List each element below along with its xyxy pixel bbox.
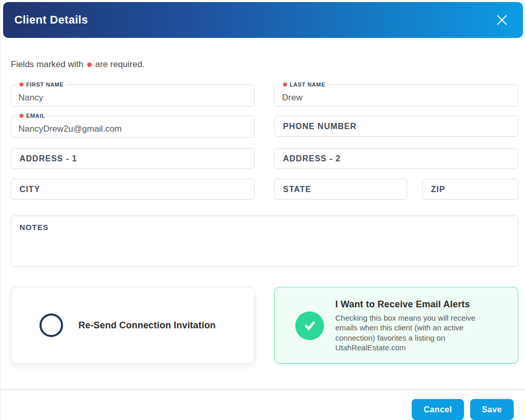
required-dot-icon (19, 82, 24, 87)
required-note: Fields marked with are required. (11, 59, 515, 70)
modal-title: Client Details (14, 13, 88, 27)
email-label: EMAIL (16, 112, 48, 119)
notes-textarea[interactable] (11, 216, 518, 267)
address2-input[interactable] (274, 148, 518, 169)
save-button[interactable]: Save (470, 399, 514, 420)
address-row (11, 148, 518, 169)
modal-header: Client Details (3, 2, 523, 38)
zip-input[interactable] (422, 179, 518, 200)
required-dot-icon (87, 62, 92, 67)
last-name-label: LAST NAME (280, 81, 329, 88)
resend-invitation-label: Re-Send Connection Invitation (78, 320, 216, 331)
email-field-wrapper: EMAIL (11, 116, 255, 138)
client-details-modal: Client Details Fields marked with are re… (1, 2, 525, 420)
check-icon[interactable] (295, 311, 324, 340)
city-state-zip-row (11, 179, 518, 200)
email-alerts-text: I Want to Receive Email Alerts Checking … (335, 299, 499, 352)
required-note-prefix: Fields marked with (11, 59, 84, 70)
email-phone-row: EMAIL (11, 116, 518, 138)
required-note-suffix: are required. (95, 59, 145, 70)
email-alerts-option[interactable]: I Want to Receive Email Alerts Checking … (274, 287, 518, 364)
state-zip-group (274, 179, 518, 200)
cancel-button[interactable]: Cancel (412, 399, 463, 420)
required-dot-icon (19, 114, 24, 118)
state-input[interactable] (274, 179, 407, 200)
options-row: Re-Send Connection Invitation I Want to … (11, 287, 518, 364)
name-row: FIRST NAME LAST NAME (11, 85, 518, 107)
first-name-label: FIRST NAME (16, 81, 67, 88)
city-input[interactable] (11, 179, 255, 200)
email-input[interactable] (11, 116, 254, 137)
close-button[interactable] (493, 11, 511, 29)
email-alerts-title: I Want to Receive Email Alerts (335, 299, 499, 310)
address1-input[interactable] (11, 148, 255, 169)
email-alerts-description: Checking this box means you will receive… (335, 313, 499, 352)
last-name-field-wrapper: LAST NAME (274, 85, 518, 107)
resend-invitation-option[interactable]: Re-Send Connection Invitation (11, 287, 255, 364)
form-area: FIRST NAME LAST NAME EMAIL (1, 85, 525, 364)
notes-row (11, 216, 518, 269)
phone-input[interactable] (274, 116, 518, 137)
modal-footer: Cancel Save (1, 390, 525, 420)
first-name-input[interactable] (11, 85, 254, 106)
last-name-input[interactable] (275, 85, 518, 106)
required-dot-icon (283, 82, 287, 87)
first-name-field-wrapper: FIRST NAME (11, 85, 255, 107)
radio-circle-icon[interactable] (39, 313, 63, 337)
close-icon (494, 12, 510, 28)
